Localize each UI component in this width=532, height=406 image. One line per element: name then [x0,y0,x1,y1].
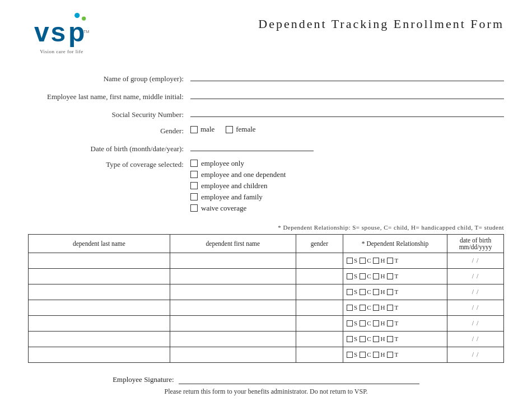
rel-check-c[interactable]: C [360,351,371,358]
group-row: Name of group (employer): [28,71,504,83]
coverage-waive[interactable]: waive coverage [190,204,286,213]
coverage-label: Type of coverage selected: [28,159,190,169]
rel-check-t[interactable]: T [387,288,398,295]
dep-dob-cell[interactable]: / / [447,315,504,331]
table-row: SCHT/ / [29,284,504,300]
rel-check-t[interactable]: T [387,351,398,358]
logo-tagline: Vision care for life [40,49,83,54]
rel-check-c[interactable]: C [360,288,371,295]
dep-last-name-cell[interactable] [29,300,170,315]
dep-last-name-cell[interactable] [29,284,170,300]
dep-gender-cell[interactable] [296,347,343,362]
rel-check-s[interactable]: S [347,320,357,326]
employee-label: Employee last name, first name, middle i… [28,92,190,101]
waive-checkbox[interactable] [190,204,198,212]
signature-line[interactable] [179,374,419,384]
dep-first-name-cell[interactable] [170,315,296,331]
dob-label: Date of birth (month/date/year): [28,144,190,153]
children-checkbox[interactable] [190,182,198,189]
rel-check-h[interactable]: H [373,257,385,264]
dep-last-name-cell[interactable] [29,347,170,362]
col-gender: gender [296,234,343,253]
employee-row: Employee last name, first name, middle i… [28,89,504,101]
coverage-children[interactable]: employee and children [190,181,286,190]
dep-last-name-cell[interactable] [29,315,170,331]
rel-check-s[interactable]: S [347,351,357,358]
coverage-family[interactable]: employee and family [190,193,286,202]
signature-row: Employee Signature: [28,374,504,384]
rel-check-t[interactable]: T [387,335,398,342]
dep-dob-cell[interactable]: / / [447,284,504,300]
dep-first-name-cell[interactable] [170,347,296,362]
dep-relationship-cell: SCHT [343,268,447,284]
dep-dob-cell[interactable]: / / [447,347,504,362]
dependent-table: dependent last name dependent first name… [28,234,504,363]
group-input-line[interactable] [190,71,504,81]
dep-dob-cell[interactable]: / / [447,253,504,268]
male-checkbox[interactable] [190,126,198,133]
rel-check-c[interactable]: C [360,257,371,264]
rel-check-s[interactable]: S [347,335,357,342]
dob-row: Date of birth (month/date/year): [28,141,504,153]
svg-text:s: s [51,17,66,47]
dep-dob-cell[interactable]: / / [447,268,504,284]
rel-check-c[interactable]: C [360,273,371,279]
rel-check-t[interactable]: T [387,257,398,264]
rel-check-t[interactable]: T [387,273,398,279]
rel-check-s[interactable]: S [347,288,357,295]
ssn-input-line[interactable] [190,107,504,117]
gender-row: Gender: male female [28,125,504,136]
dep-first-name-cell[interactable] [170,268,296,284]
rel-check-c[interactable]: C [360,304,371,311]
rel-check-h[interactable]: H [373,320,385,326]
rel-check-h[interactable]: H [373,351,385,358]
page-header: v s p TM Vision care for life Dependent … [28,11,504,54]
dob-input-line[interactable] [190,141,314,151]
dep-first-name-cell[interactable] [170,284,296,300]
svg-text:p: p [68,17,85,47]
gender-male[interactable]: male [190,125,214,134]
dep-gender-cell[interactable] [296,268,343,284]
coverage-employee-only[interactable]: employee only [190,159,286,168]
table-row: SCHT/ / [29,253,504,268]
dep-last-name-cell[interactable] [29,331,170,347]
rel-check-s[interactable]: S [347,257,357,264]
dep-dob-cell[interactable]: / / [447,331,504,347]
dep-gender-cell[interactable] [296,253,343,268]
dep-dob-cell[interactable]: / / [447,300,504,315]
svg-text:TM: TM [83,29,90,34]
employee-only-checkbox[interactable] [190,160,198,167]
dep-gender-cell[interactable] [296,331,343,347]
dependent-note: * Dependent Relationship: S= spouse, C= … [28,224,504,231]
rel-check-s[interactable]: S [347,304,357,311]
rel-check-h[interactable]: H [373,335,385,342]
table-header-row: dependent last name dependent first name… [29,234,504,253]
rel-check-h[interactable]: H [373,304,385,311]
dep-gender-cell[interactable] [296,300,343,315]
dep-last-name-cell[interactable] [29,268,170,284]
dep-relationship-cell: SCHT [343,315,447,331]
rel-check-s[interactable]: S [347,273,357,279]
dep-relationship-cell: SCHT [343,253,447,268]
table-row: SCHT/ / [29,315,504,331]
gender-female[interactable]: female [226,125,255,134]
rel-check-c[interactable]: C [360,320,371,326]
coverage-one-dependent[interactable]: employee and one dependent [190,170,286,179]
rel-check-h[interactable]: H [373,288,385,295]
dep-first-name-cell[interactable] [170,253,296,268]
dep-first-name-cell[interactable] [170,331,296,347]
rel-check-t[interactable]: T [387,320,398,326]
dep-gender-cell[interactable] [296,284,343,300]
rel-check-c[interactable]: C [360,335,371,342]
employee-input-line[interactable] [190,89,504,99]
rel-check-t[interactable]: T [387,304,398,311]
dep-relationship-cell: SCHT [343,300,447,315]
female-checkbox[interactable] [226,126,233,133]
dep-last-name-cell[interactable] [29,253,170,268]
one-dependent-checkbox[interactable] [190,171,198,178]
dep-first-name-cell[interactable] [170,300,296,315]
coverage-row: Type of coverage selected: employee only… [28,159,504,213]
dep-gender-cell[interactable] [296,315,343,331]
family-checkbox[interactable] [190,193,198,200]
rel-check-h[interactable]: H [373,273,385,279]
